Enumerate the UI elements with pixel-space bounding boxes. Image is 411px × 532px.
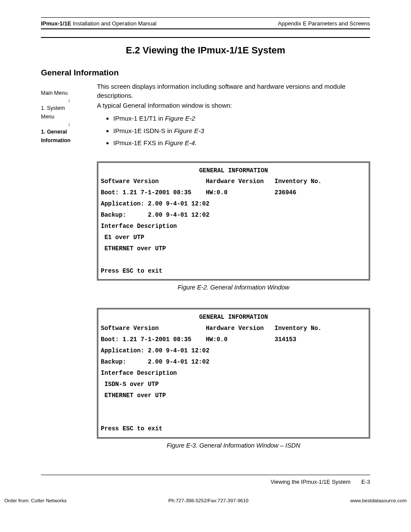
bottom-left: Order from: Cutter Networks: [4, 498, 66, 503]
figure-ref: Figure E-4: [165, 139, 195, 146]
top-rule: [41, 17, 370, 18]
running-header-left: IPmux-1/1E Installation and Operation Ma…: [41, 20, 156, 27]
running-header: IPmux-1/1E Installation and Operation Ma…: [41, 20, 370, 27]
terminal-line: Press ESC to exit: [101, 268, 162, 274]
terminal-window-e3: GENERAL INFORMATIONSoftware Version Hard…: [97, 308, 370, 439]
terminal-line: Application: 2.00 9-4-01 12:02: [101, 347, 209, 354]
menu-path-l1: Main Menu: [41, 90, 68, 96]
terminal-line: Boot: 1.21 7-1-2001 08:35 HW:0.0 236946: [101, 189, 296, 196]
bottom-right: www.bestdatasource.com: [350, 498, 407, 503]
terminal-line: Backup: 2.00 9-4-01 12:02: [101, 358, 209, 365]
list-item: IPmux-1E FXS in Figure E-4.: [113, 137, 370, 149]
terminal-line: E1 over UTP: [101, 234, 144, 241]
terminal-title: GENERAL INFORMATION: [101, 312, 366, 323]
down-arrow-icon: ↓: [41, 121, 97, 128]
section-title: E.2 Viewing the IPmux-1/1E System: [22, 45, 389, 56]
menu-path: Main Menu ↓ 1. System Menu ↓ 1. General …: [41, 82, 97, 155]
menu-path-l4b: Information: [41, 137, 71, 143]
menu-path-l3: Menu: [41, 114, 54, 120]
figure-list: IPmux-1 E1/T1 in Figure E-2 IPmux-1E ISD…: [113, 112, 370, 149]
terminal-line: Boot: 1.21 7-1-2001 08:35 HW:0.0 314153: [101, 336, 296, 343]
terminal-window-e2: GENERAL INFORMATIONSoftware Version Hard…: [97, 162, 370, 281]
figure-ref: Figure E-3: [174, 127, 204, 134]
list-item: IPmux-1E ISDN-S in Figure E-3: [113, 125, 370, 137]
terminal-line: Interface Description: [101, 370, 177, 376]
bottom-line: Order from: Cutter Networks Ph:727-398-5…: [4, 498, 407, 503]
terminal-title: GENERAL INFORMATION: [101, 165, 366, 177]
subsection-title: General Information: [41, 68, 389, 78]
figure-caption-e2: Figure E-2. General Information Window: [97, 284, 370, 291]
list-item: IPmux-1 E1/T1 in Figure E-2: [113, 112, 370, 125]
running-header-right: Appendix E Parameters and Screens: [278, 20, 370, 27]
figure-caption-e3: Figure E-3. General Information Window –…: [97, 442, 370, 449]
page-footer: Viewing the IPmux-1/1E System E-3: [41, 479, 370, 485]
terminal-line: Press ESC to exit: [101, 425, 162, 432]
bottom-mid: Ph:727-398-5252/Fax:727-397-9610: [168, 498, 249, 503]
content-row: Main Menu ↓ 1. System Menu ↓ 1. General …: [41, 82, 370, 155]
body-column: This screen displays information includi…: [97, 82, 370, 155]
page-number: E-3: [361, 479, 370, 485]
section-rule: [41, 37, 370, 38]
terminal-line: Interface Description: [101, 223, 177, 230]
header-divider: [41, 28, 370, 29]
terminal-line: Backup: 2.00 9-4-01 12:02: [101, 212, 209, 218]
footer-rule: [41, 475, 370, 475]
footer-section: Viewing the IPmux-1/1E System: [271, 479, 350, 485]
terminal-line: ISDN-S over UTP: [101, 381, 159, 388]
terminal-line: Software Version Hardware Version Invent…: [101, 325, 321, 332]
terminal-line: ETHERNET over UTP: [101, 392, 166, 399]
down-arrow-icon: ↓: [41, 97, 97, 104]
terminal-line: ETHERNET over UTP: [101, 245, 166, 252]
figure-ref: Figure E-2: [165, 115, 195, 122]
intro-para-1: This screen displays information includi…: [97, 82, 370, 100]
intro-para-2: A typical General Information window is …: [97, 101, 370, 110]
menu-path-l4a: 1. General: [41, 129, 67, 135]
manual-title: Installation and Operation Manual: [71, 20, 156, 27]
terminal-line: Application: 2.00 9-4-01 12:02: [101, 200, 209, 207]
product-name: IPmux-1/1E: [41, 20, 71, 27]
terminal-line: Software Version Hardware Version Invent…: [101, 178, 321, 185]
menu-path-l2: 1. System: [41, 105, 65, 111]
